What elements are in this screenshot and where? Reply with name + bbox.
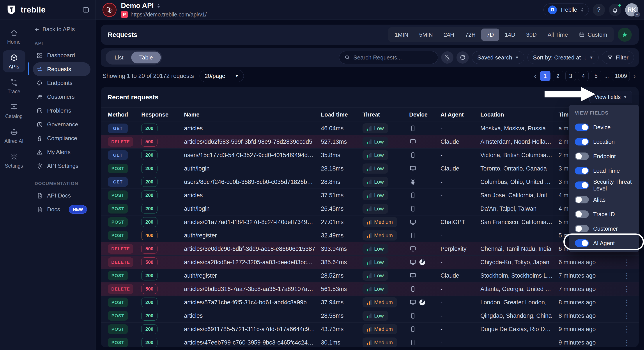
time-range-1min[interactable]: 1MIN <box>390 29 414 41</box>
notifications-button[interactable] <box>609 4 621 16</box>
sidebar-item-compliance[interactable]: Compliance <box>33 131 90 145</box>
table-row[interactable]: POST200auth/login28.18msLowClaudeToronto… <box>101 162 639 175</box>
sidebar-item-governance[interactable]: Governance <box>33 118 90 131</box>
view-field-label: Customer <box>593 225 618 232</box>
toggle-customer[interactable] <box>575 225 589 232</box>
row-menu-button[interactable]: ⋮ <box>622 259 632 266</box>
sidebar-item-problems[interactable]: Problems <box>33 104 90 118</box>
table-row[interactable]: GET200users/15c177d3-5473-3527-9cd0-4015… <box>101 148 639 162</box>
toggle-load-time[interactable] <box>575 167 589 174</box>
filter-button[interactable]: Filter <box>602 51 634 64</box>
time-range-5min[interactable]: 5MIN <box>414 29 438 41</box>
user-avatar[interactable]: RK ▼ <box>625 3 638 17</box>
help-button[interactable]: ? <box>593 4 605 16</box>
table-row[interactable]: POST200auth/login26.45msLow-Da'An, Taipe… <box>101 202 639 215</box>
view-field-item-device[interactable]: Device <box>569 120 639 134</box>
table-row[interactable]: POST200articles/01a77ad1-f184-327d-8c24-… <box>101 215 639 229</box>
table-row[interactable]: POST200articles37.51msLow-San Jose, Cali… <box>101 189 639 202</box>
table-row[interactable]: POST200auth/register28.52msLowClaudeStoc… <box>101 269 639 282</box>
saved-search-dropdown[interactable]: Saved search ▼ <box>472 51 524 64</box>
sidebar-item-docs[interactable]: DocsNEW <box>33 203 90 216</box>
table-row[interactable]: DELETE500articles/9bdbd316-7aa7-3bc8-aa3… <box>101 282 639 296</box>
avatar-initials: RK <box>628 6 636 13</box>
ai-agent: - <box>440 339 480 346</box>
time-range-24h[interactable]: 24H <box>438 29 460 41</box>
sort-dropdown[interactable]: Sort by: Created at ↓ ▼ <box>528 51 599 64</box>
row-menu-button[interactable]: ⋮ <box>622 339 632 346</box>
table-row[interactable]: GET200users/8dc7f246-ce0b-3589-8cb0-c035… <box>101 175 639 189</box>
toggle-trace-id[interactable] <box>575 211 589 218</box>
table-row[interactable]: DELETE500articles/3e0ddc90-6dbf-3dd9-ac1… <box>101 242 639 255</box>
sidebar-item-customers[interactable]: Customers <box>33 90 90 104</box>
page-button-3[interactable]: 3 <box>565 71 576 81</box>
toggle-alias[interactable] <box>575 196 589 204</box>
view-field-item-load-time[interactable]: Load Time <box>569 163 639 178</box>
sidebar-item-api-settings[interactable]: API Settings <box>33 159 90 173</box>
rail-item-settings[interactable]: Settings <box>3 149 26 171</box>
table-row[interactable]: POST200articles/47eeb799-c760-3959-9bc3-… <box>101 336 639 347</box>
time-range-72h[interactable]: 72H <box>460 29 481 41</box>
workspace-switcher[interactable]: Treblle <box>544 4 589 16</box>
time-ago: 9 minutes ago <box>558 339 622 346</box>
time-range-14d[interactable]: 14D <box>500 29 521 41</box>
row-menu-button[interactable]: ⋮ <box>622 299 632 306</box>
load-time: 43.73ms <box>321 326 362 333</box>
time-range-30d[interactable]: 30D <box>521 29 542 41</box>
per-page-select[interactable]: 20/page ▼ <box>200 70 244 82</box>
time-range-custom[interactable]: Custom <box>574 29 612 41</box>
phone-icon <box>409 232 417 239</box>
table-row[interactable]: POST400auth/register32.49msMedium-5 minu… <box>101 229 639 242</box>
project-name[interactable]: Demo API <box>121 2 154 10</box>
favorite-button[interactable] <box>618 28 632 42</box>
view-field-item-alias[interactable]: Alias <box>569 193 639 207</box>
table-row[interactable]: DELETE500articles/dd62f583-599f-3bfd-98e… <box>101 135 639 148</box>
sidebar-item-api-docs[interactable]: API Docs <box>33 189 90 203</box>
toggle-device[interactable] <box>575 123 589 131</box>
page-button-1[interactable]: 1 <box>540 71 550 81</box>
sidebar-item-my-alerts[interactable]: My Alerts <box>33 145 90 159</box>
view-field-item-location[interactable]: Location <box>569 134 639 149</box>
rail-item-apis[interactable]: APIs <box>3 50 26 72</box>
page-button-2[interactable]: 2 <box>553 71 563 81</box>
rail-item-trace[interactable]: Trace <box>3 75 26 97</box>
prev-page-button[interactable]: ‹ <box>533 72 538 80</box>
time-range-7d[interactable]: 7D <box>481 29 499 41</box>
method-badge: DELETE <box>108 257 134 267</box>
view-field-item-security-threat-level[interactable]: Security Threat Level <box>569 178 639 193</box>
toggle-endpoint[interactable] <box>575 152 589 160</box>
sidebar-collapse-icon[interactable] <box>82 6 90 14</box>
rail-item-catalog[interactable]: Catalog <box>3 100 26 122</box>
sidebar-item-dashboard[interactable]: Dashboard <box>33 49 90 62</box>
row-menu-button[interactable]: ⋮ <box>622 325 632 333</box>
page-button-4[interactable]: 4 <box>578 71 588 81</box>
next-page-button[interactable]: › <box>632 72 637 80</box>
rail-item-home[interactable]: Home <box>3 26 26 48</box>
table-row[interactable]: POST200articles/57a71cbe-f6f5-31c4-bd61-… <box>101 296 639 309</box>
page-button-5[interactable]: 5 <box>591 71 601 81</box>
rail-item-alfred-ai[interactable]: Alfred AI <box>3 125 26 147</box>
page-button-1009[interactable]: 1009 <box>612 71 630 81</box>
sidebar-item-endpoints[interactable]: Endpoints <box>33 76 90 90</box>
search-input[interactable] <box>353 54 433 61</box>
toggle-security-threat-level[interactable] <box>575 182 589 189</box>
time-range-all-time[interactable]: All Time <box>542 29 573 41</box>
project-switcher-icon[interactable] <box>156 3 161 8</box>
view-field-item-endpoint[interactable]: Endpoint <box>569 149 639 163</box>
back-to-apis[interactable]: Back to APIs <box>33 26 90 33</box>
view-fields-button[interactable]: View fields ▼ <box>590 91 632 103</box>
sidebar-item-requests[interactable]: Requests <box>33 62 90 76</box>
row-menu-button[interactable]: ⋮ <box>622 285 632 293</box>
refresh-button[interactable] <box>456 51 469 64</box>
mute-alerts-button[interactable] <box>441 51 454 64</box>
toggle-location[interactable] <box>575 138 589 145</box>
view-tab-list[interactable]: List <box>107 52 131 63</box>
view-tab-table[interactable]: Table <box>131 52 160 63</box>
view-field-item-trace-id[interactable]: Trace ID <box>569 207 639 221</box>
row-menu-button[interactable]: ⋮ <box>622 272 632 279</box>
ai-agent: - <box>440 299 480 306</box>
table-row[interactable]: POST200articles28.58msLow-Qingdao, Shand… <box>101 309 639 322</box>
table-row[interactable]: GET200articles46.04msLow-Moskva, Moskva,… <box>101 122 639 135</box>
row-menu-button[interactable]: ⋮ <box>622 312 632 319</box>
table-row[interactable]: POST200articles/c6911785-5721-311c-a7dd-… <box>101 322 639 336</box>
table-row[interactable]: DELETE500articles/ca28cd8e-1272-3205-aa0… <box>101 255 639 269</box>
